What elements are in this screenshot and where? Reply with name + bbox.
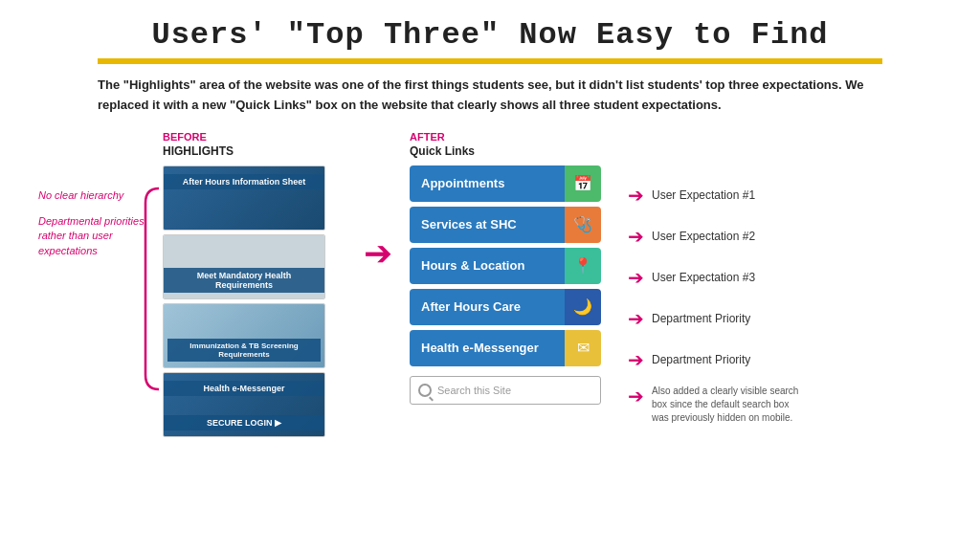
card3-text: Immunization & TB Screening Requirements <box>167 339 321 362</box>
link-services-text: Services at SHC <box>410 207 565 243</box>
right-row-5: ➔ Department Priority <box>628 340 942 381</box>
before-label: BEFORE <box>163 131 335 143</box>
after-sublabel: Quick Links <box>410 144 620 158</box>
arrow-search: ➔ <box>628 385 644 408</box>
label-search: Also added a clearly visible search box … <box>652 385 805 425</box>
link-afterhours-text: After Hours Care <box>410 289 565 325</box>
card2-text: Meet Mandatory Health Requirements <box>164 268 324 293</box>
link-hours[interactable]: Hours & Location 📍 <box>410 248 601 284</box>
messenger-icon: ✉ <box>565 330 601 366</box>
before-card-messenger: Health e-Messenger SECURE LOGIN ▶ <box>163 372 325 437</box>
before-section: BEFORE HIGHLIGHTS After Hours Informatio… <box>163 131 335 437</box>
search-icon <box>418 384 432 397</box>
after-links: Appointments 📅 Services at SHC 🩺 Hours &… <box>410 165 620 405</box>
bracket-svg <box>142 184 163 394</box>
label-4: Department Priority <box>652 312 750 325</box>
search-box[interactable]: Search this Site <box>410 376 601 405</box>
right-row-4: ➔ Department Priority <box>628 298 942 340</box>
after-label: AFTER <box>410 131 620 143</box>
card4-overlay: SECURE LOGIN ▶ <box>164 415 324 430</box>
card4-top: Health e-Messenger <box>164 381 324 396</box>
after-section: AFTER Quick Links Appointments 📅 Service… <box>410 131 620 405</box>
content-area: No clear hierarchy Departmental prioriti… <box>38 131 942 438</box>
left-annotations: No clear hierarchy Departmental prioriti… <box>38 131 163 271</box>
right-row-search: ➔ Also added a clearly visible search bo… <box>628 381 942 438</box>
arrow-2: ➔ <box>628 225 644 248</box>
afterhours-icon: 🌙 <box>565 289 601 325</box>
label-3: User Expectation #3 <box>652 271 755 284</box>
link-hours-text: Hours & Location <box>410 248 565 284</box>
link-appointments[interactable]: Appointments 📅 <box>410 165 601 202</box>
before-card-mandatory: Meet Mandatory Health Requirements <box>163 234 325 299</box>
arrow-3: ➔ <box>628 266 644 289</box>
label-1: User Expectation #1 <box>652 188 755 202</box>
hours-icon: 📍 <box>565 248 601 284</box>
right-row-2: ➔ User Expectation #2 <box>628 216 942 257</box>
link-messenger[interactable]: Health e-Messenger ✉ <box>410 330 601 366</box>
big-arrow-container: ➔ <box>364 131 392 271</box>
arrow-1: ➔ <box>628 184 644 207</box>
label-2: User Expectation #2 <box>652 230 755 243</box>
link-afterhours[interactable]: After Hours Care 🌙 <box>410 289 601 325</box>
arrow-5: ➔ <box>628 348 644 371</box>
link-services[interactable]: Services at SHC 🩺 <box>410 207 601 243</box>
right-row-3: ➔ User Expectation #3 <box>628 257 942 298</box>
before-card-afterhours: After Hours Information Sheet <box>163 165 325 231</box>
card1-text: After Hours Information Sheet <box>164 174 324 189</box>
page: Users' "Top Three" Now Easy to Find The … <box>0 0 980 551</box>
gold-divider <box>98 58 882 64</box>
link-appointments-text: Appointments <box>410 165 565 202</box>
big-arrow: ➔ <box>364 236 392 271</box>
right-labels: ➔ User Expectation #1 ➔ User Expectation… <box>628 131 942 438</box>
before-cards: After Hours Information Sheet Meet Manda… <box>163 165 335 437</box>
before-card-immunization: Immunization & TB Screening Requirements <box>163 303 325 368</box>
before-sublabel: HIGHLIGHTS <box>163 144 335 158</box>
search-placeholder: Search this Site <box>437 385 511 396</box>
services-icon: 🩺 <box>565 207 601 243</box>
link-messenger-text: Health e-Messenger <box>410 330 565 366</box>
description-text: The "Highlights" area of the website was… <box>98 76 882 116</box>
appointments-icon: 📅 <box>565 165 601 202</box>
label-5: Department Priority <box>652 353 750 366</box>
page-title: Users' "Top Three" Now Easy to Find <box>38 17 942 53</box>
arrow-4: ➔ <box>628 307 644 330</box>
right-row-1: ➔ User Expectation #1 <box>628 175 942 216</box>
